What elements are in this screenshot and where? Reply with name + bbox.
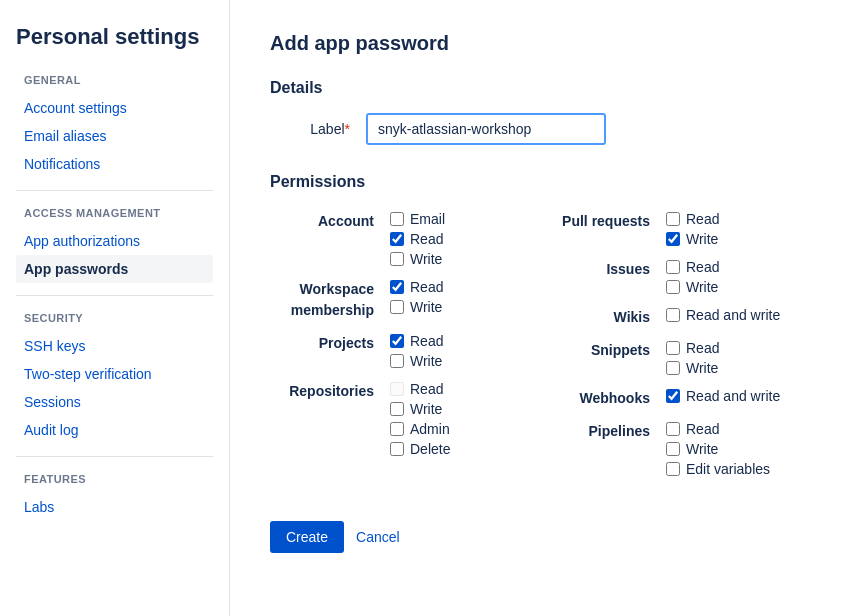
perm-options-right-1: ReadWrite <box>666 259 719 295</box>
perm-checkbox-0-0[interactable] <box>390 212 404 226</box>
perm-option-1-1[interactable]: Write <box>390 299 443 315</box>
perm-group-right-1: IssuesReadWrite <box>556 259 802 295</box>
perm-checkbox-right-3-0[interactable] <box>666 341 680 355</box>
sidebar-item-email-aliases[interactable]: Email aliases <box>16 122 213 150</box>
sidebar-item-labs[interactable]: Labs <box>16 493 213 521</box>
perm-option-3-0[interactable]: Read <box>390 381 450 397</box>
sidebar-item-app-authorizations[interactable]: App authorizations <box>16 227 213 255</box>
perm-options-1: ReadWrite <box>390 279 443 315</box>
perm-checkbox-right-0-1[interactable] <box>666 232 680 246</box>
right-permissions: Pull requestsReadWriteIssuesReadWriteWik… <box>556 211 802 489</box>
perm-options-right-3: ReadWrite <box>666 340 719 376</box>
perm-option-3-1[interactable]: Write <box>390 401 450 417</box>
perm-option-right-2-0[interactable]: Read and write <box>666 307 780 323</box>
sidebar-item-audit-log[interactable]: Audit log <box>16 416 213 444</box>
perm-group-left-3: RepositoriesReadWriteAdminDelete <box>270 381 516 457</box>
perm-option-right-3-0[interactable]: Read <box>666 340 719 356</box>
perm-options-0: EmailReadWrite <box>390 211 445 267</box>
sidebar-item-sessions[interactable]: Sessions <box>16 388 213 416</box>
perm-checkbox-right-0-0[interactable] <box>666 212 680 226</box>
perm-name-right-snippets: Snippets <box>556 340 666 361</box>
sidebar-item-notifications[interactable]: Notifications <box>16 150 213 178</box>
perm-option-right-5-0[interactable]: Read <box>666 421 770 437</box>
left-permissions: AccountEmailReadWriteWorkspace membershi… <box>270 211 516 489</box>
sidebar-item-two-step-verification[interactable]: Two-step verification <box>16 360 213 388</box>
perm-options-right-2: Read and write <box>666 307 780 323</box>
permissions-section: Permissions AccountEmailReadWriteWorkspa… <box>270 173 802 489</box>
sidebar-sections: GENERALAccount settingsEmail aliasesNoti… <box>16 74 213 521</box>
perm-checkbox-0-1[interactable] <box>390 232 404 246</box>
perm-group-right-3: SnippetsReadWrite <box>556 340 802 376</box>
footer-actions: Create Cancel <box>270 521 802 553</box>
perm-checkbox-right-1-0[interactable] <box>666 260 680 274</box>
sidebar-section-2: SECURITYSSH keysTwo-step verificationSes… <box>16 295 213 444</box>
sidebar-section-label-2: SECURITY <box>16 312 213 324</box>
perm-option-0-2[interactable]: Write <box>390 251 445 267</box>
sidebar-section-0: GENERALAccount settingsEmail aliasesNoti… <box>16 74 213 178</box>
perm-options-3: ReadWriteAdminDelete <box>390 381 450 457</box>
perm-checkbox-right-5-0[interactable] <box>666 422 680 436</box>
perm-option-1-0[interactable]: Read <box>390 279 443 295</box>
perm-option-3-3[interactable]: Delete <box>390 441 450 457</box>
label-field-label: Label* <box>270 121 350 137</box>
perm-option-0-0[interactable]: Email <box>390 211 445 227</box>
perm-group-right-2: WikisRead and write <box>556 307 802 328</box>
main-content: Add app password Details Label* Permissi… <box>230 0 842 616</box>
perm-checkbox-2-1[interactable] <box>390 354 404 368</box>
perm-option-0-1[interactable]: Read <box>390 231 445 247</box>
perm-name-repositories: Repositories <box>270 381 390 402</box>
perm-group-right-0: Pull requestsReadWrite <box>556 211 802 247</box>
perm-option-right-1-0[interactable]: Read <box>666 259 719 275</box>
perm-checkbox-right-4-0[interactable] <box>666 389 680 403</box>
perm-checkbox-right-2-0[interactable] <box>666 308 680 322</box>
perm-checkbox-3-2[interactable] <box>390 422 404 436</box>
perm-checkbox-right-1-1[interactable] <box>666 280 680 294</box>
perm-option-right-0-0[interactable]: Read <box>666 211 719 227</box>
perm-option-right-4-0[interactable]: Read and write <box>666 388 780 404</box>
perm-checkbox-0-2[interactable] <box>390 252 404 266</box>
sidebar-item-app-passwords[interactable]: App passwords <box>16 255 213 283</box>
perm-checkbox-2-0[interactable] <box>390 334 404 348</box>
perm-checkbox-right-3-1[interactable] <box>666 361 680 375</box>
label-input[interactable] <box>366 113 606 145</box>
sidebar-section-label-1: ACCESS MANAGEMENT <box>16 207 213 219</box>
cancel-link[interactable]: Cancel <box>356 529 400 545</box>
perm-checkbox-1-1[interactable] <box>390 300 404 314</box>
perm-options-right-5: ReadWriteEdit variables <box>666 421 770 477</box>
perm-option-2-1[interactable]: Write <box>390 353 443 369</box>
perm-option-3-2[interactable]: Admin <box>390 421 450 437</box>
perm-options-2: ReadWrite <box>390 333 443 369</box>
perm-option-right-1-1[interactable]: Write <box>666 279 719 295</box>
permissions-heading: Permissions <box>270 173 802 191</box>
perm-group-right-5: PipelinesReadWriteEdit variables <box>556 421 802 477</box>
perm-name-right-pipelines: Pipelines <box>556 421 666 442</box>
perm-checkbox-3-1[interactable] <box>390 402 404 416</box>
perm-group-right-4: WebhooksRead and write <box>556 388 802 409</box>
perm-checkbox-right-5-2[interactable] <box>666 462 680 476</box>
perm-name-workspace-membership: Workspace membership <box>270 279 390 321</box>
sidebar-item-account-settings[interactable]: Account settings <box>16 94 213 122</box>
perm-option-right-5-1[interactable]: Write <box>666 441 770 457</box>
perm-options-right-0: ReadWrite <box>666 211 719 247</box>
perm-group-left-0: AccountEmailReadWrite <box>270 211 516 267</box>
sidebar-section-label-0: GENERAL <box>16 74 213 86</box>
perm-option-2-0[interactable]: Read <box>390 333 443 349</box>
perm-checkbox-3-3[interactable] <box>390 442 404 456</box>
perm-option-right-0-1[interactable]: Write <box>666 231 719 247</box>
sidebar-section-1: ACCESS MANAGEMENTApp authorizationsApp p… <box>16 190 213 283</box>
perm-option-right-5-2[interactable]: Edit variables <box>666 461 770 477</box>
page-layout: Personal settings GENERALAccount setting… <box>0 0 842 616</box>
sidebar-divider <box>16 295 213 296</box>
details-heading: Details <box>270 79 802 97</box>
perm-name-right-wikis: Wikis <box>556 307 666 328</box>
sidebar-item-ssh-keys[interactable]: SSH keys <box>16 332 213 360</box>
perm-checkbox-3-0[interactable] <box>390 382 404 396</box>
sidebar-section-label-3: FEATURES <box>16 473 213 485</box>
perm-option-right-3-1[interactable]: Write <box>666 360 719 376</box>
sidebar-divider <box>16 190 213 191</box>
perm-name-account: Account <box>270 211 390 232</box>
perm-name-right-pull-requests: Pull requests <box>556 211 666 232</box>
perm-checkbox-1-0[interactable] <box>390 280 404 294</box>
create-button[interactable]: Create <box>270 521 344 553</box>
perm-checkbox-right-5-1[interactable] <box>666 442 680 456</box>
